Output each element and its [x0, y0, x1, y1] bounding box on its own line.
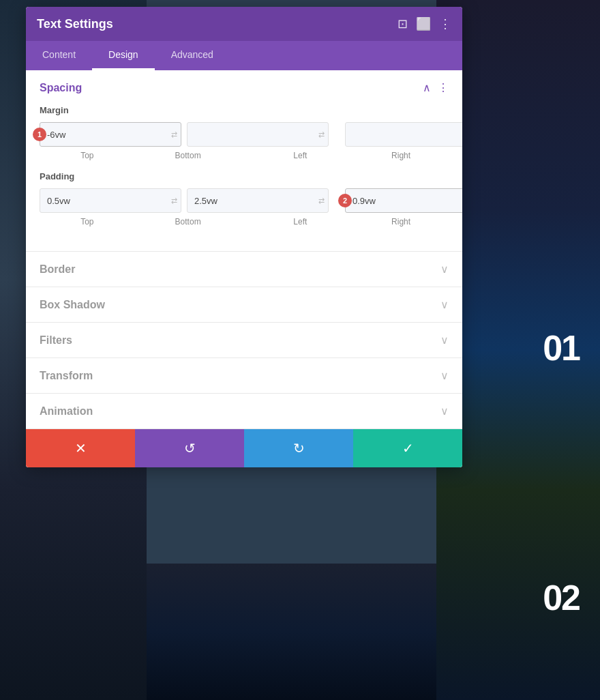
margin-bottom-link-icon[interactable]: ⇄ [318, 130, 325, 139]
margin-badge-1: 1 [33, 128, 46, 141]
margin-bottom-wrapper: ⇄ [187, 122, 329, 147]
border-title: Border [40, 263, 75, 276]
padding-input-row: ⇄ ⇄ 2 ⇄ [40, 188, 449, 213]
padding-bottom-link-icon[interactable]: ⇄ [318, 196, 325, 205]
spacing-section-controls: ∧ ⋮ [423, 81, 449, 94]
panel-body: Spacing ∧ ⋮ Margin 1 ⇄ [26, 70, 462, 467]
margin-top-input[interactable] [40, 122, 181, 147]
transform-section: Transform ∨ [26, 358, 462, 394]
padding-left-input[interactable] [345, 188, 462, 213]
margin-label: Margin [40, 105, 449, 115]
spacing-more-icon[interactable]: ⋮ [438, 81, 449, 94]
text-settings-panel: Text Settings ⊡ ⬜ ⋮ Content Design Advan… [26, 7, 462, 467]
padding-left-wrapper: 2 ⇄ [345, 188, 462, 213]
border-section-header[interactable]: Border ∨ [26, 252, 462, 287]
filters-section: Filters ∨ [26, 323, 462, 358]
margin-top-label: Top [40, 149, 135, 160]
box-shadow-chevron-icon[interactable]: ∨ [440, 298, 449, 311]
padding-label: Padding [40, 171, 449, 181]
padding-bottom-label: Bottom [140, 216, 236, 227]
label-divider-2 [241, 216, 247, 227]
expand-icon[interactable]: ⊡ [397, 16, 408, 31]
margin-left-wrapper: ⇄ [345, 122, 462, 147]
spacing-section: Spacing ∧ ⋮ Margin 1 ⇄ [26, 70, 462, 252]
padding-top-wrapper: ⇄ [40, 188, 181, 213]
panel-title: Text Settings [37, 17, 113, 31]
box-shadow-section-header[interactable]: Box Shadow ∨ [26, 287, 462, 322]
margin-right-label: Right [353, 149, 449, 160]
split-icon[interactable]: ⬜ [416, 16, 431, 31]
margin-left-input[interactable] [345, 122, 462, 147]
padding-top-link-icon[interactable]: ⇄ [171, 196, 177, 205]
margin-left-label: Left [253, 149, 348, 160]
padding-labels-row: Top Bottom Left Right [40, 216, 449, 227]
padding-right-label: Right [353, 216, 449, 227]
panel-header: Text Settings ⊡ ⬜ ⋮ [26, 7, 462, 41]
transform-section-header[interactable]: Transform ∨ [26, 358, 462, 393]
undo-button[interactable]: ↺ [135, 429, 244, 467]
spacing-title: Spacing [40, 82, 82, 94]
padding-badge-2: 2 [338, 194, 352, 207]
filters-chevron-icon[interactable]: ∨ [440, 334, 449, 347]
transform-chevron-icon[interactable]: ∨ [440, 369, 449, 382]
panel-toolbar: ✕ ↺ ↻ ✓ [26, 429, 462, 467]
save-button[interactable]: ✓ [353, 429, 462, 467]
spacing-section-header[interactable]: Spacing ∧ ⋮ [26, 70, 462, 105]
number-02-label: 02 [543, 577, 580, 618]
tab-advanced[interactable]: Advanced [155, 41, 230, 70]
border-section: Border ∨ [26, 252, 462, 287]
tab-content[interactable]: Content [26, 41, 92, 70]
number-01-label: 01 [543, 327, 580, 368]
filters-section-header[interactable]: Filters ∨ [26, 323, 462, 358]
redo-button[interactable]: ↻ [244, 429, 353, 467]
label-divider [241, 149, 247, 160]
margin-top-link-icon[interactable]: ⇄ [171, 130, 177, 139]
spacing-collapse-icon[interactable]: ∧ [423, 81, 431, 94]
panel-tabs: Content Design Advanced [26, 41, 462, 70]
animation-title: Animation [40, 405, 93, 418]
animation-chevron-icon[interactable]: ∨ [440, 405, 449, 418]
box-shadow-section: Box Shadow ∨ [26, 287, 462, 323]
filters-title: Filters [40, 334, 72, 347]
margin-top-wrapper: 1 ⇄ [40, 122, 181, 147]
margin-input-row: 1 ⇄ ⇄ ⇄ [40, 122, 449, 147]
more-icon[interactable]: ⋮ [439, 16, 451, 31]
padding-top-label: Top [40, 216, 135, 227]
padding-top-input[interactable] [40, 188, 181, 213]
animation-section-header[interactable]: Animation ∨ [26, 394, 462, 428]
padding-bottom-input[interactable] [187, 188, 329, 213]
spacing-content: Margin 1 ⇄ ⇄ [26, 105, 462, 251]
padding-left-label: Left [253, 216, 348, 227]
padding-bottom-wrapper: ⇄ [187, 188, 329, 213]
box-shadow-title: Box Shadow [40, 299, 105, 311]
animation-section: Animation ∨ [26, 394, 462, 429]
cancel-button[interactable]: ✕ [26, 429, 135, 467]
margin-labels-row: Top Bottom Left Right [40, 149, 449, 160]
margin-bottom-label: Bottom [140, 149, 236, 160]
bg-bottom [147, 564, 436, 700]
margin-bottom-input[interactable] [187, 122, 329, 147]
transform-title: Transform [40, 370, 93, 382]
tab-design[interactable]: Design [92, 41, 155, 70]
panel-header-icons: ⊡ ⬜ ⋮ [397, 16, 451, 31]
border-chevron-icon[interactable]: ∨ [440, 263, 449, 276]
